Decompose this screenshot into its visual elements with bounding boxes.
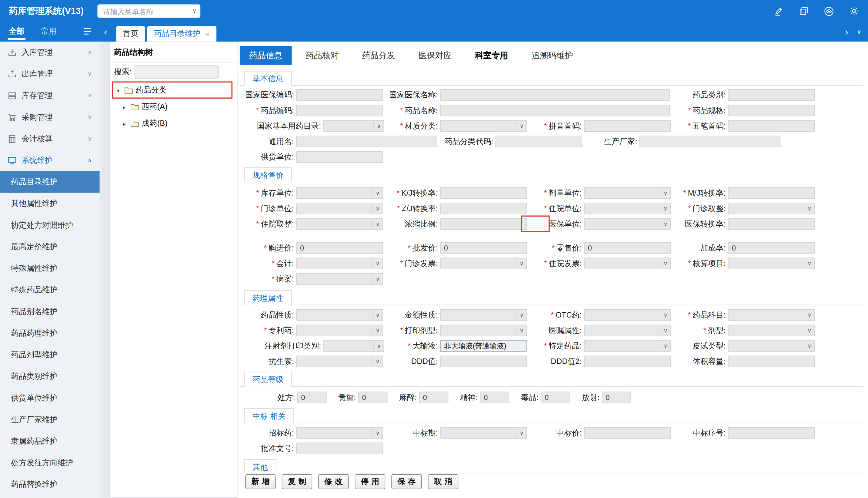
sidebar-subitem-special-attribute-maintenance[interactable]: 特殊属性维护	[0, 258, 100, 279]
sidebar-item-purchase-management[interactable]: 采购管理∨	[0, 106, 100, 128]
chevron-down-icon: ∨	[808, 341, 811, 351]
sidebar-subitem-max-price-maintenance[interactable]: 最高定价维护	[0, 236, 100, 258]
add-button[interactable]: 新增	[245, 474, 275, 489]
sidebar-subitem-other-attribute-maintenance[interactable]: 其他属性维护	[0, 193, 100, 214]
label-inpatient-rounding: *住院取整:	[128, 218, 294, 230]
label-markup-rate: 加成率:	[560, 242, 726, 253]
tree-collapsed-arrow-icon[interactable]: ▸	[123, 120, 129, 127]
section-tab-pharmacology[interactable]: 药理属性	[244, 290, 291, 305]
save-button[interactable]: 保存	[391, 474, 422, 489]
tree-expand-arrow-icon[interactable]: ▾	[117, 87, 123, 93]
section-basic-info: 基本信息	[240, 71, 864, 86]
gear-icon[interactable]	[849, 6, 859, 16]
input-wubi-code[interactable]	[728, 120, 815, 132]
sidebar-item-label: 库存管理	[22, 91, 52, 101]
label-pinyin-code: *拼音首码:	[416, 120, 582, 132]
section-tab-basic-info[interactable]: 基本信息	[244, 71, 291, 86]
select-accounting-item[interactable]: ∨	[728, 258, 815, 269]
tab-home[interactable]: 首页	[117, 26, 145, 41]
secondary-bar: 全部常用 ‹ 首页药品目录维护× › ∨	[0, 22, 868, 41]
label-bid-price: 中标价:	[416, 427, 582, 438]
section-bid-related: 中标 相关	[240, 408, 864, 423]
sidebar-subitem-drug-pharmacology-maintenance[interactable]: 药品药理维护	[0, 323, 100, 344]
app-root: 药库管理系统(V13) ∨ 全部常用 ‹ 首页药品目录维护× › ∨ 入库管理∨…	[0, 0, 868, 498]
input-approval-number[interactable]	[296, 443, 383, 454]
modify-button[interactable]: 修改	[318, 474, 349, 489]
select-medical-record[interactable]: ∨	[296, 273, 383, 285]
sidebar-menu: 入库管理∨出库管理∨库存管理∨采购管理∨会计核算∨系统维护∧药品目录维护其他属性…	[0, 41, 100, 498]
menu-search-input[interactable]	[102, 5, 187, 17]
select-skin-test-type[interactable]: ∨	[728, 340, 815, 352]
tab-list-icon[interactable]: ∨	[857, 22, 861, 41]
label-zj-rate: *Z/J转换率:	[272, 202, 438, 214]
input-volume-capacity[interactable]	[728, 356, 815, 367]
select-drug-subject[interactable]: ∨	[728, 309, 815, 320]
sidebar-subitem-manufacturer-maintenance[interactable]: 生产厂家维护	[0, 409, 100, 430]
select-outpatient-rounding[interactable]: ∨	[728, 202, 815, 214]
menu-search-combobox[interactable]: ∨	[97, 4, 200, 18]
tab-drug-catalog[interactable]: 药品目录维护×	[147, 26, 216, 41]
section-tab-bid-related[interactable]: 中标 相关	[244, 408, 294, 423]
label-radioactive: 放射:	[433, 392, 599, 403]
required-marker: *	[688, 121, 691, 130]
close-tab-icon[interactable]: ×	[205, 30, 210, 38]
label-dose-unit: *剂量单位:	[416, 187, 582, 199]
sidebar-item-inbound-management[interactable]: 入库管理∨	[0, 41, 100, 63]
tab-scroll-right-icon[interactable]: ›	[845, 22, 848, 41]
input-insurance-rate[interactable]	[728, 218, 815, 230]
tab-drug-catalog-label: 药品目录维护	[154, 29, 200, 39]
copy-button[interactable]: 复制	[282, 474, 312, 489]
sidebar-item-inventory-management[interactable]: 库存管理∨	[0, 84, 100, 106]
section-spec-price: 规格售价	[240, 167, 864, 182]
sidebar-subitem-supplier-maintenance[interactable]: 供货单位维护	[0, 387, 100, 409]
label-accounting-item: *核算项目:	[560, 258, 726, 269]
input-markup-rate[interactable]: 0	[728, 242, 815, 253]
sidebar-subitem-drug-alias-maintenance[interactable]: 药品别名维护	[0, 301, 100, 323]
sidebar-item-system-maintenance[interactable]: 系统维护∧	[0, 149, 100, 171]
tab-scroll-left-icon[interactable]: ‹	[104, 22, 107, 41]
label-ddd-value2: DDD值2:	[416, 356, 582, 367]
input-drug-spec[interactable]	[728, 105, 815, 116]
disable-button[interactable]: 停用	[355, 474, 385, 489]
sidebar-subitem-agreed-prescription-mapping[interactable]: 协定处方对照维护	[0, 214, 100, 236]
menu-list-icon[interactable]	[83, 28, 91, 35]
chevron-down-icon[interactable]: ∨	[192, 4, 196, 18]
required-marker: *	[397, 204, 400, 213]
copy-window-icon[interactable]	[799, 6, 809, 16]
sidebar-subitem-special-drug-maintenance[interactable]: 特殊药品维护	[0, 279, 100, 301]
sidebar-subitem-label: 生产厂家维护	[11, 415, 58, 424]
required-marker: *	[264, 243, 267, 252]
sidebar-subitem-label: 供货单位维护	[11, 393, 58, 402]
chevron-down-icon: ∨	[808, 325, 811, 336]
sidebar-subitem-label: 特殊药品维护	[11, 285, 58, 294]
sidebar-subitem-drug-catalog-maintenance[interactable]: 药品目录维护	[0, 171, 100, 193]
input-mj-rate[interactable]	[728, 187, 815, 199]
label-supplier: 供货单位:	[128, 151, 294, 163]
sidebar-subitem-drug-category-maintenance[interactable]: 药品类别维护	[0, 366, 100, 387]
sidebar-subitem-drug-replacement-maintenance[interactable]: 药品替换维护	[0, 474, 100, 495]
sidebar-subitem-drug-dosage-form-maintenance[interactable]: 药品剂型维护	[0, 344, 100, 366]
sidebar-tab-all[interactable]: 全部	[9, 22, 24, 41]
select-dosage-form[interactable]: ∨	[728, 325, 815, 336]
sidebar-subitem-subordinate-drug-maintenance[interactable]: 隶属药品维护	[0, 430, 100, 452]
section-tab-spec-price[interactable]: 规格售价	[244, 167, 291, 182]
input-supplier[interactable]	[296, 151, 383, 163]
sidebar-item-accounting-management[interactable]: 会计核算∨	[0, 128, 100, 149]
sidebar-tab-frequent[interactable]: 常用	[41, 22, 56, 41]
sidebar-subitem-prescription-routing-maintenance[interactable]: 处方发往方向维护	[0, 452, 100, 473]
sidebar-item-outbound-management[interactable]: 出库管理∨	[0, 63, 100, 84]
section-tab-drug-grade[interactable]: 药品等级	[244, 372, 291, 387]
section-tab-other[interactable]: 其他	[244, 459, 276, 474]
eye-monitor-icon[interactable]	[824, 6, 835, 16]
input-manufacturer[interactable]	[639, 135, 781, 147]
required-marker: *	[256, 219, 259, 228]
input-bid-serial[interactable]	[728, 427, 815, 438]
chevron-down-icon: ∨	[808, 203, 811, 214]
input-radioactive[interactable]: 0	[601, 392, 631, 403]
label-wholesale-price: *批发价:	[272, 242, 438, 253]
accounting-icon	[8, 134, 18, 143]
signature-pen-icon[interactable]	[774, 6, 784, 16]
input-drug-category[interactable]	[728, 89, 815, 101]
cancel-button[interactable]: 取消	[428, 474, 458, 489]
tree-search-input[interactable]	[135, 66, 219, 79]
